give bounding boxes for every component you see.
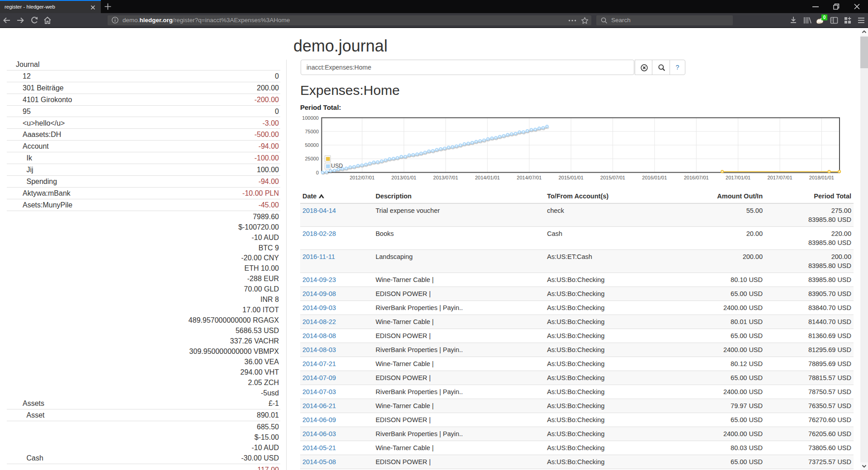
svg-text:50000: 50000 — [305, 142, 319, 148]
svg-text:2015/01/01: 2015/01/01 — [558, 175, 583, 180]
svg-text:0: 0 — [316, 170, 319, 175]
svg-text:100000: 100000 — [302, 115, 319, 121]
svg-text:2017/07/01: 2017/07/01 — [767, 175, 792, 180]
svg-text:2015/07/01: 2015/07/01 — [600, 175, 625, 180]
svg-text:2016/01/01: 2016/01/01 — [642, 175, 667, 180]
svg-text:2018/01/01: 2018/01/01 — [809, 175, 834, 180]
svg-text:2014/07/01: 2014/07/01 — [517, 175, 542, 180]
svg-text:75000: 75000 — [305, 129, 319, 134]
svg-text:2016/07/01: 2016/07/01 — [684, 175, 709, 180]
svg-text:25000: 25000 — [305, 156, 319, 161]
svg-text:2013/01/01: 2013/01/01 — [392, 175, 416, 180]
svg-text:2014/01/01: 2014/01/01 — [475, 175, 500, 180]
svg-text:2012/07/01: 2012/07/01 — [349, 175, 374, 180]
svg-text:2013/07/01: 2013/07/01 — [433, 175, 458, 180]
svg-text:USD: USD — [331, 163, 343, 169]
svg-text:2017/01/01: 2017/01/01 — [726, 175, 750, 180]
